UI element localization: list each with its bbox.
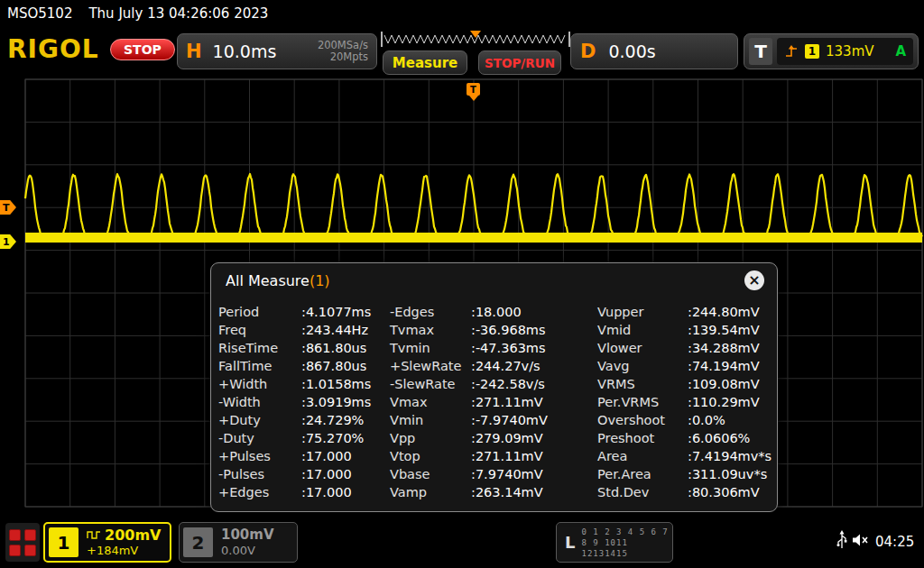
- measure-item-value: :7.4194mv*s: [688, 449, 772, 463]
- acquisition-info: 200MSa/s 20Mpts: [318, 40, 368, 63]
- measure-item-name: Preshoot: [597, 431, 688, 445]
- trigger-edge-icon: [784, 44, 799, 59]
- measure-item-name: Freq: [218, 323, 301, 337]
- measure-item-value: :17.000: [301, 467, 390, 481]
- trigger-level-value: 133mV: [826, 43, 874, 60]
- measure-item-name: Tvmin: [390, 341, 471, 355]
- trigger-position-marker[interactable]: T: [467, 83, 480, 101]
- horizontal-label: H: [186, 41, 202, 62]
- measure-item-value: :311.09uv*s: [688, 467, 772, 481]
- measure-item-value: :271.11mV: [471, 395, 597, 409]
- channel1-offset-marker[interactable]: 1: [0, 234, 16, 249]
- measure-item-value: :34.288mV: [688, 341, 772, 355]
- measure-item-name: Vtop: [390, 449, 471, 463]
- measure-item-name: Vmin: [390, 413, 471, 427]
- measure-item-value: :861.80us: [301, 341, 390, 355]
- measure-item-value: :7.9740mV: [471, 467, 597, 481]
- measure-item-value: :3.0919ms: [301, 395, 390, 409]
- measure-item-value: :271.11mV: [471, 449, 597, 463]
- trigger-box[interactable]: T 1 133mV A: [744, 33, 919, 69]
- measure-item-name: Period: [218, 305, 301, 319]
- memory-overview-strip[interactable]: [381, 32, 570, 47]
- measure-item-value: :-47.363ms: [471, 341, 597, 355]
- usb-icon: [836, 530, 848, 550]
- trigger-info: 1 133mV A: [777, 38, 913, 65]
- square-wave-icon: [87, 529, 101, 540]
- measure-item-value: :243.44Hz: [301, 323, 390, 337]
- speaker-mute-icon: [852, 533, 870, 547]
- measure-item-value: :279.09mV: [471, 431, 597, 445]
- measure-item-value: :263.14mV: [471, 485, 597, 499]
- measure-item-name: RiseTime: [218, 341, 301, 355]
- measure-item-value: :1.0158ms: [301, 377, 390, 391]
- measure-item-name: -Pulses: [218, 467, 301, 481]
- measure-item-name: +Pulses: [218, 449, 301, 463]
- measure-item-name: Area: [597, 449, 688, 463]
- menu-grid-icon[interactable]: [5, 523, 40, 562]
- measure-item-value: :17.000: [301, 485, 390, 499]
- channel1-box[interactable]: 1 200mV +184mV: [43, 522, 171, 563]
- measure-item-name: -Width: [218, 395, 301, 409]
- measure-grid: Period:4.1077ms-Edges:18.000Vupper:244.8…: [218, 303, 772, 501]
- channel2-values: 100mV 0.00V: [221, 527, 274, 558]
- channel2-scale: 100mV: [221, 527, 274, 543]
- channel1-values: 200mV +184mV: [87, 527, 161, 558]
- rigol-logo: RIGOL: [7, 34, 99, 64]
- measure-item-value: :244.27v/s: [471, 359, 597, 373]
- delay-box[interactable]: D 0.00s: [570, 33, 738, 69]
- measure-button[interactable]: Measure: [383, 50, 467, 75]
- measure-item-name: Tvmax: [390, 323, 471, 337]
- measure-item-name: Vupper: [597, 305, 688, 319]
- channel2-badge: 2: [183, 527, 213, 557]
- logic-label: L: [565, 533, 575, 552]
- measure-item-name: Vpp: [390, 431, 471, 445]
- measure-item-name: +Width: [218, 377, 301, 391]
- clock: 04:25: [875, 534, 914, 550]
- measure-item-name: +SlewRate: [390, 359, 471, 373]
- logic-analyzer-box[interactable]: L 0 1 2 3 4 5 6 7 8 9 1011 12131415: [556, 522, 673, 563]
- delay-label: D: [580, 41, 596, 62]
- logic-channel-numbers: 0 1 2 3 4 5 6 7 8 9 1011 12131415: [581, 527, 672, 559]
- close-button[interactable]: ×: [744, 270, 764, 290]
- measure-item-value: :109.08mV: [688, 377, 772, 391]
- header-bar: RIGOL STOP H 10.0ms 200MSa/s 20Mpts Meas…: [0, 27, 924, 78]
- window-position-marker: [470, 31, 481, 38]
- measure-item-value: :18.000: [471, 305, 597, 319]
- measure-item-name: +Edges: [218, 485, 301, 499]
- all-measure-panel: All Measure(1) × Period:4.1077ms-Edges:1…: [210, 262, 778, 512]
- measure-item-value: :75.270%: [301, 431, 390, 445]
- timebase-value: 10.0ms: [213, 41, 277, 61]
- measure-item-value: :4.1077ms: [301, 305, 390, 319]
- measure-count: (1): [310, 272, 330, 289]
- measure-item-name: Per.VRMS: [597, 395, 688, 409]
- channel1-badge: 1: [49, 527, 79, 557]
- trigger-label: T: [749, 38, 772, 65]
- memory-depth: 20Mpts: [318, 51, 368, 63]
- measure-item-name: Vmax: [390, 395, 471, 409]
- measure-item-value: :-242.58v/s: [471, 377, 597, 391]
- trigger-level-marker[interactable]: T: [0, 200, 16, 215]
- delay-value: 0.00s: [608, 41, 655, 61]
- measure-item-value: :80.306mV: [688, 485, 772, 499]
- channel1-scale: 200mV: [105, 527, 161, 543]
- measure-item-value: :0.0%: [688, 413, 772, 427]
- oscilloscope-screen: MSO5102 Thu July 13 04:26:06 2023 RIGOL …: [0, 0, 924, 568]
- close-icon: ×: [748, 273, 760, 288]
- horizontal-settings-box[interactable]: H 10.0ms 200MSa/s 20Mpts: [177, 33, 377, 69]
- stop-run-button[interactable]: STOP/RUN: [478, 50, 561, 75]
- top-info-bar: MSO5102 Thu July 13 04:26:06 2023: [0, 0, 924, 27]
- trigger-arrow-icon: [469, 96, 478, 101]
- measure-item-name: Vlower: [597, 341, 688, 355]
- run-state-badge: STOP: [110, 39, 175, 60]
- model-name: MSO5102: [7, 5, 72, 22]
- measure-item-value: :6.0606%: [688, 431, 772, 445]
- measure-item-name: FallTime: [218, 359, 301, 373]
- measure-item-name: Std.Dev: [597, 485, 688, 499]
- measure-item-name: Vbase: [390, 467, 471, 481]
- measure-panel-title: All Measure(1): [226, 272, 330, 289]
- measure-item-value: :244.80mV: [688, 305, 772, 319]
- channel2-box[interactable]: 2 100mV 0.00V: [179, 522, 298, 563]
- measure-item-name: -SlewRate: [390, 377, 471, 391]
- measure-item-value: :17.000: [301, 449, 390, 463]
- measure-item-value: :867.80us: [301, 359, 390, 373]
